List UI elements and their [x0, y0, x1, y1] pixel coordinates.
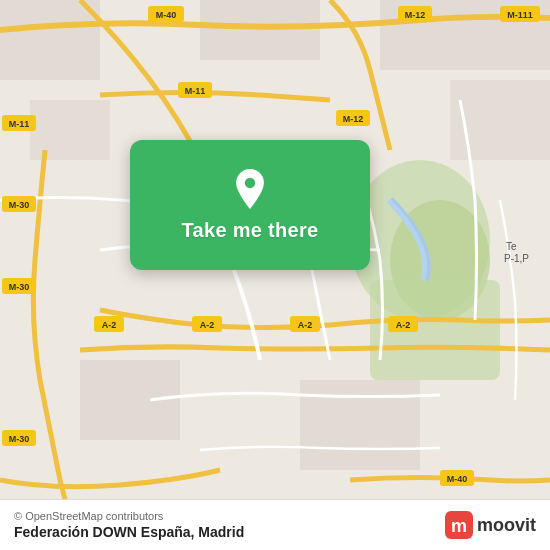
svg-text:m: m: [451, 516, 467, 536]
svg-rect-10: [80, 360, 180, 440]
map-container: M-40 M-11 M-11 M-30 M-30 M-12 M-111 M-12…: [0, 0, 550, 550]
svg-text:M-111: M-111: [507, 10, 533, 20]
svg-text:M-30: M-30: [9, 282, 30, 292]
moovit-logo-icon: m: [445, 511, 473, 539]
take-me-there-button[interactable]: Take me there: [182, 219, 319, 242]
moovit-logo: m moovit: [445, 511, 536, 539]
svg-text:A-2: A-2: [396, 320, 411, 330]
svg-rect-11: [300, 380, 420, 470]
svg-text:M-11: M-11: [185, 86, 206, 96]
svg-text:M-30: M-30: [9, 200, 30, 210]
svg-text:P-1,P: P-1,P: [504, 253, 529, 264]
location-name: Federación DOWN España, Madrid: [14, 524, 244, 540]
bottom-bar: © OpenStreetMap contributors Federación …: [0, 499, 550, 550]
svg-text:M-40: M-40: [447, 474, 468, 484]
moovit-text: moovit: [477, 515, 536, 536]
svg-rect-5: [0, 0, 100, 80]
svg-text:M-40: M-40: [156, 10, 177, 20]
svg-text:Te: Te: [506, 241, 517, 252]
svg-text:M-12: M-12: [343, 114, 364, 124]
location-pin-icon: [230, 169, 270, 209]
bottom-left: © OpenStreetMap contributors Federación …: [14, 510, 244, 540]
copyright-text: © OpenStreetMap contributors: [14, 510, 244, 522]
svg-rect-7: [200, 0, 320, 60]
svg-rect-6: [30, 100, 110, 160]
svg-text:M-30: M-30: [9, 434, 30, 444]
svg-point-42: [245, 177, 255, 187]
action-card[interactable]: Take me there: [130, 140, 370, 270]
svg-text:A-2: A-2: [200, 320, 215, 330]
svg-text:M-12: M-12: [405, 10, 426, 20]
svg-text:M-11: M-11: [9, 119, 30, 129]
svg-text:A-2: A-2: [298, 320, 313, 330]
map-background: M-40 M-11 M-11 M-30 M-30 M-12 M-111 M-12…: [0, 0, 550, 550]
svg-text:A-2: A-2: [102, 320, 117, 330]
